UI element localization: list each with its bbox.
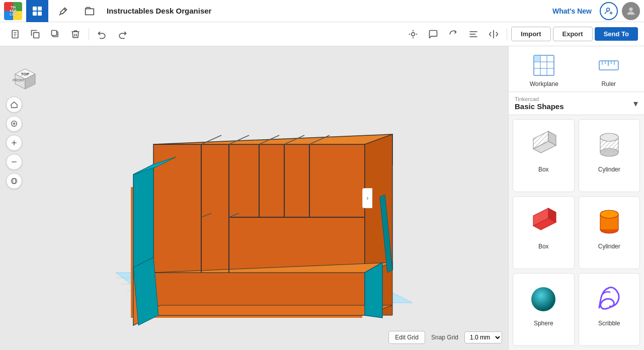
cylinder-gray-label: Cylinder: [598, 166, 620, 173]
toolbar-separator-2: [507, 28, 507, 40]
svg-point-33: [13, 179, 15, 184]
sphere-cyan-icon: [523, 278, 564, 318]
svg-point-32: [12, 179, 17, 184]
edit-grid-button[interactable]: Edit Grid: [388, 331, 425, 344]
top-navigation: TINKERCAD Instructables Desk Organiser W…: [0, 0, 644, 22]
shape-selector-arrow: ▾: [633, 98, 638, 109]
home-view-button[interactable]: [6, 97, 22, 113]
left-controls: [6, 97, 22, 189]
workplane-tool[interactable]: Workplane: [515, 52, 574, 88]
ruler-tool[interactable]: Ruler: [580, 52, 638, 88]
svg-point-109: [531, 287, 555, 311]
svg-rect-1: [38, 7, 42, 11]
ruler-label: Ruler: [601, 80, 616, 88]
svg-rect-0: [33, 7, 37, 11]
dashboard-button[interactable]: [26, 0, 48, 22]
toolbar-separator-1: [89, 28, 89, 40]
redo-button[interactable]: [113, 25, 131, 43]
gallery-button[interactable]: [78, 0, 101, 22]
shape-cylinder-gray[interactable]: Cylinder: [579, 119, 640, 192]
sidebar-collapse-button[interactable]: ›: [362, 188, 372, 208]
light-button[interactable]: [404, 25, 422, 43]
box-gray-icon: [523, 124, 564, 164]
zoom-out-button[interactable]: [6, 154, 22, 170]
shape-box-red[interactable]: Box: [513, 196, 575, 269]
copy-button[interactable]: [26, 25, 44, 43]
user-avatar[interactable]: [622, 2, 640, 20]
ruler-icon: [596, 52, 622, 78]
snap-grid-label: Snap Grid: [431, 334, 458, 341]
viewport[interactable]: TOP FRONT: [0, 46, 508, 350]
3d-model-view: [50, 86, 413, 350]
svg-point-12: [412, 32, 415, 36]
shape-group-label: Tinkercad: [515, 96, 564, 102]
new-button[interactable]: [6, 25, 24, 43]
perspective-button[interactable]: [6, 173, 22, 189]
view-cube[interactable]: TOP FRONT: [5, 51, 45, 92]
svg-point-4: [607, 8, 610, 11]
svg-marker-62: [365, 262, 382, 318]
scribble-label: Scribble: [598, 320, 620, 327]
svg-text:TOP: TOP: [21, 72, 30, 76]
sidebar-tools: Workplane Ruler: [509, 46, 644, 92]
workplane-icon: [531, 52, 557, 78]
sphere-cyan-label: Sphere: [534, 320, 553, 327]
svg-rect-11: [52, 30, 57, 35]
shape-library-label: Basic Shapes: [515, 102, 564, 111]
svg-rect-84: [534, 55, 540, 62]
box-gray-label: Box: [538, 166, 549, 173]
bottom-info-bar: Edit Grid Snap Grid 1.0 mm 0.5 mm 2.0 mm…: [388, 331, 502, 344]
box-red-icon: [523, 201, 564, 241]
svg-rect-3: [38, 12, 42, 16]
shape-scribble[interactable]: Scribble: [579, 273, 640, 346]
undo-button[interactable]: [93, 25, 111, 43]
cylinder-orange-label: Cylinder: [598, 243, 620, 250]
shapes-sidebar: Workplane Ruler: [508, 46, 644, 350]
snap-grid-select[interactable]: 1.0 mm 0.5 mm 2.0 mm 5.0 mm: [464, 331, 502, 343]
svg-point-108: [600, 210, 618, 218]
cylinder-orange-icon: [589, 201, 629, 241]
project-title: Instructables Desk Organiser: [107, 7, 544, 15]
fit-view-button[interactable]: [6, 116, 22, 132]
whats-new-button[interactable]: What's New: [548, 5, 596, 17]
notes-button[interactable]: [424, 25, 442, 43]
mirror-button[interactable]: [485, 25, 503, 43]
svg-rect-9: [34, 32, 39, 38]
svg-point-100: [600, 133, 618, 141]
zoom-in-button[interactable]: [6, 135, 22, 151]
box-red-label: Box: [538, 243, 549, 250]
import-button[interactable]: Import: [511, 27, 550, 41]
shapes-grid: Box: [509, 115, 644, 350]
shape-cylinder-orange[interactable]: Cylinder: [579, 196, 640, 269]
toolbar: Import Export Send To: [0, 22, 644, 46]
workplane-label: Workplane: [530, 80, 558, 88]
svg-text:FRONT: FRONT: [13, 78, 25, 82]
duplicate-button[interactable]: [46, 25, 64, 43]
shape-library-selector[interactable]: Tinkercad Basic Shapes ▾: [509, 92, 644, 115]
shape-box-gray[interactable]: Box: [513, 119, 575, 192]
editor-button[interactable]: [52, 0, 74, 22]
align-button[interactable]: [464, 25, 482, 43]
add-user-button[interactable]: [600, 2, 618, 20]
export-button[interactable]: Export: [553, 27, 593, 41]
delete-button[interactable]: [66, 25, 85, 43]
shape-sphere-cyan[interactable]: Sphere: [513, 273, 575, 346]
scribble-icon: [589, 278, 629, 318]
svg-rect-2: [33, 12, 37, 16]
svg-point-7: [629, 7, 632, 11]
main-area: TOP FRONT: [0, 46, 644, 350]
rotate-button[interactable]: [444, 25, 462, 43]
cylinder-gray-icon: [589, 124, 629, 164]
tinkercad-logo[interactable]: TINKERCAD: [4, 2, 22, 20]
sendto-button[interactable]: Send To: [595, 27, 638, 41]
svg-marker-59: [133, 305, 392, 315]
